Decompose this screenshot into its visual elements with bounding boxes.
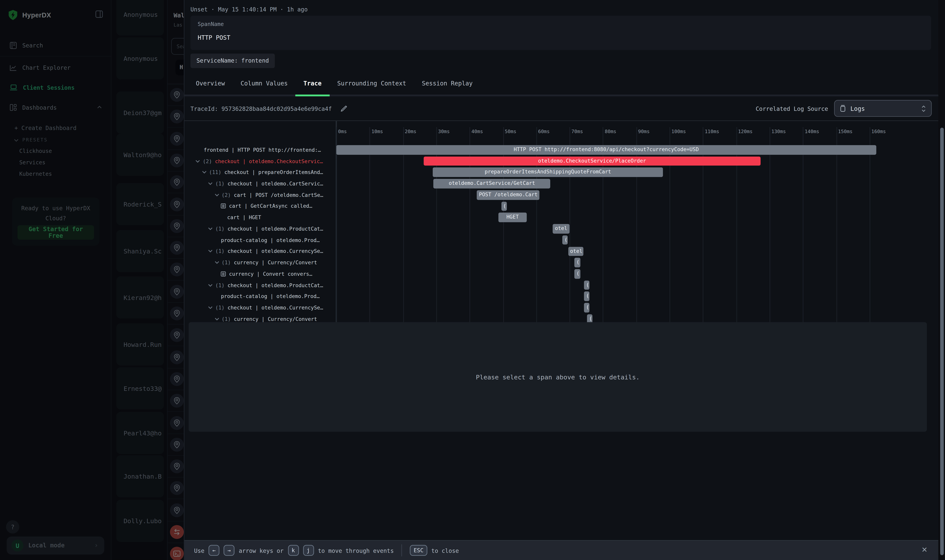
- session-card[interactable]: Howard.Run: [116, 323, 164, 366]
- tab-trace[interactable]: Trace: [296, 73, 330, 95]
- event-marker-row[interactable]: [168, 522, 184, 543]
- chevron-down-icon[interactable]: [208, 227, 213, 231]
- chevron-down-icon[interactable]: [214, 261, 219, 265]
- session-card[interactable]: Roderick_S: [116, 183, 164, 225]
- tab-surrounding-context[interactable]: Surrounding Context: [330, 73, 414, 95]
- chevron-down-icon[interactable]: [208, 249, 213, 253]
- span-bar[interactable]: oteldemo.CartService/GetCart: [433, 179, 550, 188]
- sidebar-item-dashboards[interactable]: Dashboards: [0, 100, 111, 114]
- event-marker-row[interactable]: [168, 194, 184, 215]
- preset-item-services[interactable]: Services: [19, 160, 45, 166]
- preset-item-clickhouse[interactable]: Clickhouse: [19, 148, 52, 154]
- session-card[interactable]: Deion37@gm: [116, 91, 164, 134]
- span-bar[interactable]: (: [584, 280, 589, 290]
- span-tree-row[interactable]: frontend | HTTP POST http://frontend:…: [184, 145, 336, 154]
- scrollbar-thumb[interactable]: [940, 128, 944, 555]
- span-tree-row[interactable]: product-catalog | oteldemo.Prod…: [184, 235, 336, 245]
- span-bar[interactable]: (: [584, 303, 589, 312]
- local-mode-button[interactable]: U Local mode ›: [6, 537, 104, 555]
- event-marker-row[interactable]: [168, 325, 184, 346]
- session-card[interactable]: Walton9@ho: [116, 134, 164, 176]
- session-card[interactable]: Dolly.Lubo: [116, 500, 164, 542]
- event-marker-row[interactable]: [168, 84, 184, 106]
- span-bar[interactable]: (: [584, 292, 589, 301]
- span-tree-row[interactable]: currency | Convert convers…: [184, 269, 336, 278]
- sidebar-item-search[interactable]: Search: [0, 38, 111, 52]
- span-bar[interactable]: prepareOrderItemsAndShippingQuoteFromCar…: [433, 168, 663, 177]
- event-marker-row[interactable]: [168, 172, 184, 193]
- chevron-down-icon[interactable]: [214, 193, 219, 197]
- edit-trace-id-icon[interactable]: [340, 105, 347, 112]
- chevron-down-icon[interactable]: [208, 283, 213, 287]
- help-button[interactable]: ?: [6, 520, 19, 534]
- event-marker-row[interactable]: [168, 368, 184, 390]
- log-source-select[interactable]: Logs: [834, 100, 932, 117]
- span-tree-row[interactable]: product-catalog | oteldemo.Prod…: [184, 292, 336, 301]
- events-filter-button[interactable]: H: [176, 60, 184, 75]
- presets-header[interactable]: PRESETS: [14, 137, 48, 143]
- chevron-down-icon[interactable]: [214, 317, 219, 321]
- span-bar[interactable]: (: [575, 258, 580, 267]
- chevron-down-icon[interactable]: [208, 306, 213, 310]
- span-bar[interactable]: oteldemo.CheckoutService/PlaceOrder: [424, 156, 761, 166]
- event-marker-row[interactable]: [168, 500, 184, 521]
- sidebar-collapse-icon[interactable]: [95, 10, 103, 18]
- event-marker-row[interactable]: [168, 478, 184, 499]
- close-icon[interactable]: ✕: [922, 545, 928, 554]
- span-tree-row[interactable]: (1)checkout | oteldemo.ProductCat…: [184, 280, 336, 290]
- event-marker-row[interactable]: [168, 412, 184, 434]
- span-bar[interactable]: HTTP POST http://frontend:8080/api/check…: [336, 145, 876, 154]
- span-bar[interactable]: (: [501, 202, 506, 211]
- event-marker-row[interactable]: [168, 259, 184, 281]
- session-card[interactable]: Anonymous: [116, 0, 164, 35]
- event-marker-row[interactable]: [168, 347, 184, 368]
- chevron-down-icon[interactable]: [208, 182, 213, 185]
- event-marker-row[interactable]: [168, 237, 184, 259]
- event-marker-row[interactable]: [168, 150, 184, 171]
- event-marker-row[interactable]: [168, 303, 184, 325]
- span-tree-row[interactable]: cart | GetCartAsync called…: [184, 202, 336, 211]
- event-marker-row[interactable]: [168, 128, 184, 150]
- events-search-input[interactable]: Sea: [171, 38, 184, 55]
- tab-column-values[interactable]: Column Values: [233, 73, 296, 95]
- span-bar[interactable]: (: [563, 235, 568, 245]
- span-bar[interactable]: HGET: [498, 213, 527, 222]
- preset-item-kubernetes[interactable]: Kubernetes: [19, 171, 52, 177]
- event-marker-row[interactable]: [168, 281, 184, 303]
- get-started-button[interactable]: Get Started for Free: [17, 225, 94, 240]
- span-tree-row[interactable]: (1)currency | Currency/Convert: [184, 258, 336, 267]
- event-marker-row[interactable]: [168, 434, 184, 456]
- chevron-down-icon[interactable]: [196, 159, 200, 163]
- session-card[interactable]: Jonathan.B: [116, 455, 164, 497]
- event-marker-row[interactable]: [168, 543, 184, 560]
- span-bar[interactable]: otel: [553, 224, 569, 233]
- service-name-chip[interactable]: ServiceName: frontend: [190, 54, 275, 68]
- session-card[interactable]: Anonymous: [116, 37, 164, 80]
- event-marker-row[interactable]: [168, 390, 184, 412]
- tab-session-replay[interactable]: Session Replay: [414, 73, 481, 95]
- chevron-down-icon[interactable]: [202, 171, 207, 174]
- span-bar[interactable]: POST /oteldemo.Cart: [477, 190, 540, 200]
- event-marker-row[interactable]: [168, 106, 184, 128]
- span-tree-row[interactable]: (1)checkout | oteldemo.CurrencySe…: [184, 247, 336, 256]
- event-marker-row[interactable]: [168, 215, 184, 237]
- span-bar[interactable]: (: [575, 269, 580, 278]
- span-tree-row[interactable]: (1)checkout | oteldemo.ProductCat…: [184, 224, 336, 233]
- sidebar-item-client-sessions[interactable]: Client Sessions: [0, 80, 111, 95]
- page-scrollbar[interactable]: [939, 0, 945, 560]
- span-tree-row[interactable]: (11)checkout | prepareOrderItemsAnd…: [184, 168, 336, 177]
- span-tree-row[interactable]: cart | HGET: [184, 213, 336, 222]
- span-tree-row[interactable]: (2)cart | POST /oteldemo.CartSe…: [184, 190, 336, 200]
- span-tree-row[interactable]: (1)checkout | oteldemo.CurrencySe…: [184, 303, 336, 312]
- create-dashboard-button[interactable]: + Create Dashboard: [15, 125, 77, 131]
- session-card[interactable]: Ernesto33@: [116, 368, 164, 410]
- span-bar[interactable]: otel: [568, 247, 583, 256]
- session-card[interactable]: Kieran92@h: [116, 276, 164, 318]
- session-card[interactable]: Shaniya.Sc: [116, 230, 164, 272]
- sidebar-item-chart-explorer[interactable]: Chart Explorer: [0, 60, 111, 75]
- span-tree-row[interactable]: (2)checkout | oteldemo.CheckoutServic…: [184, 156, 336, 166]
- event-marker-row[interactable]: [168, 456, 184, 478]
- session-card[interactable]: Pearl43@ho: [116, 412, 164, 454]
- tab-overview[interactable]: Overview: [188, 73, 233, 95]
- span-tree-row[interactable]: (1)checkout | oteldemo.CartServic…: [184, 179, 336, 188]
